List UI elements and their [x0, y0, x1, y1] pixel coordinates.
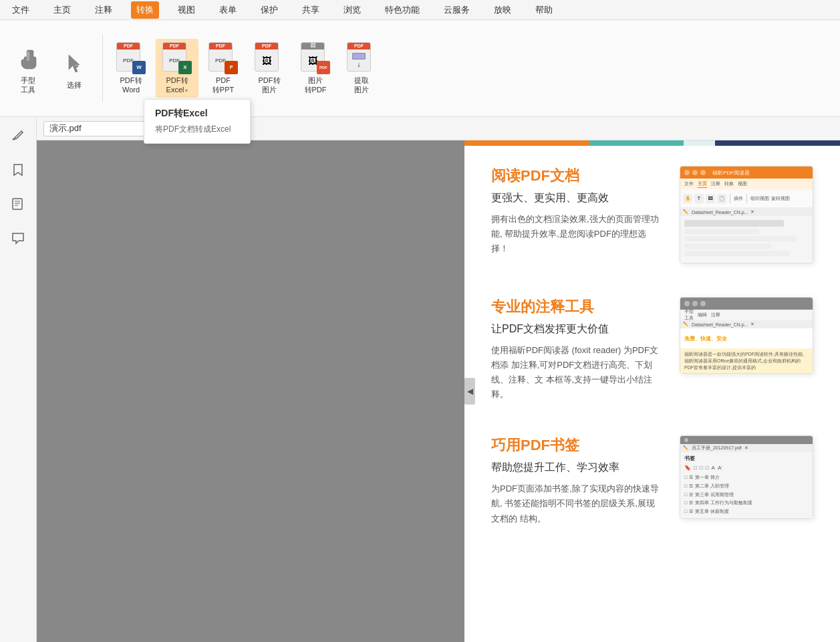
section-1-body: 拥有出色的文档渲染效果,强大的页面管理功能, 帮助提升效率,是您阅读PDF的理想…: [491, 212, 660, 256]
menu-annotate[interactable]: 注释: [90, 1, 118, 19]
mini-app2-body: 福昕阅读器是一款功能强大的PDF阅读软件,具有极佳性能。福昕阅读器采用Offic…: [680, 348, 813, 373]
dropdown-tooltip: PDF转Excel 将PDF文档转成Excel: [144, 99, 251, 144]
content-area: ◀ 阅读PDF文档 更强大、更实用、更高效 拥有出色的文档渲染效果,强大的页面管…: [37, 140, 840, 642]
hand-tool-button[interactable]: 手型工具: [7, 39, 49, 98]
mini-app-3: ✏️ 员工手册_20120917.pdf ✕ 书签 🔖□□□AA' □☰第一章 …: [680, 435, 813, 519]
select-label: 选择: [67, 80, 82, 90]
menu-file[interactable]: 文件: [7, 1, 35, 19]
pdf-to-excel-label: PDF转Excel▾: [166, 76, 188, 95]
mini-app-2: 手型工具 编辑 注释 ✏️ Datasheet_Reader_CN.p... ✕…: [680, 297, 813, 374]
section-1-title: 阅读PDF文档: [491, 166, 660, 186]
section-1-text: 阅读PDF文档 更强大、更实用、更高效 拥有出色的文档渲染效果,强大的页面管理功…: [491, 166, 660, 256]
extract-icon: PDF ↓: [345, 42, 378, 74]
toolbar: 手型工具 选择 PDF PDF: [0, 20, 840, 117]
mini-app2-highlight: 免费、快速、安全: [684, 336, 727, 342]
select-icon: [58, 47, 90, 79]
menu-share[interactable]: 共享: [297, 1, 325, 19]
pdf-word-icon: PDF PDF W: [115, 42, 147, 74]
section-3-body: 为PDF页面添加书签,除了实现内容的快速导航, 书签还能指明不同书签的层级关系,…: [491, 481, 660, 526]
section-1-image: 福昕PDF阅读器 文件 主页 注释 转换 视图 ✋ T 🖼: [680, 166, 813, 263]
separator-1: [102, 35, 103, 102]
doc-color-bar: [464, 140, 840, 146]
section-2-image: 手型工具 编辑 注释 ✏️ Datasheet_Reader_CN.p... ✕…: [680, 297, 813, 374]
menu-features[interactable]: 特色功能: [380, 1, 425, 19]
pdf-to-image-label: PDF转图片: [259, 76, 281, 95]
comment-sidebar-icon[interactable]: [6, 226, 30, 250]
document-content: 阅读PDF文档 更强大、更实用、更高效 拥有出色的文档渲染效果,强大的页面管理功…: [464, 146, 840, 580]
bookmark-sidebar-icon[interactable]: [6, 158, 30, 182]
section-2-body: 使用福昕PDF阅读器 (foxit reader) 为PDF文档添 加注释,可对…: [491, 343, 660, 402]
color-bar-light: [684, 140, 715, 146]
menu-cloud[interactable]: 云服务: [438, 1, 475, 19]
tooltip-description: 将PDF文档转成Excel: [155, 124, 239, 135]
image-pdf-icon: 🖼 🖼 PDF: [299, 42, 331, 74]
hand-icon: [12, 42, 44, 74]
extract-image-label: 提取图片: [354, 76, 369, 95]
mini-app1-filename: Datasheet_Reader_CN.p...: [692, 210, 748, 215]
extract-image-button[interactable]: PDF ↓ 提取图片: [340, 39, 383, 98]
left-gray-area: [37, 140, 464, 642]
svg-rect-0: [27, 51, 29, 61]
pdf-to-word-button[interactable]: PDF PDF W PDF转Word: [110, 39, 152, 98]
menu-view[interactable]: 视图: [172, 1, 200, 19]
mini-app3-filename: 员工手册_20120917.pdf: [692, 445, 742, 451]
section-3-subtitle: 帮助您提升工作、学习效率: [491, 461, 660, 475]
section-2-subtitle: 让PDF文档发挥更大价值: [491, 322, 660, 336]
mini-app2-filename: Datasheet_Reader_CN.p...: [692, 322, 748, 327]
select-button[interactable]: 选择: [53, 43, 96, 93]
pdf-to-ppt-button[interactable]: PDF PDF P PDF转PPT: [202, 39, 245, 98]
tooltip-title: PDF转Excel: [155, 108, 239, 120]
section-bookmark: 巧用PDF书签 帮助您提升工作、学习效率 为PDF页面添加书签,除了实现内容的快…: [491, 435, 813, 526]
image-to-pdf-label: 图片转PDF: [305, 76, 327, 95]
pdf-ppt-icon: PDF PDF P: [207, 42, 239, 74]
color-bar-teal: [589, 140, 684, 146]
pdf-to-excel-button[interactable]: PDF PDF X PDF转Excel▾: [156, 39, 198, 98]
pdf-to-image-button[interactable]: PDF 🖼 PDF转图片: [248, 39, 291, 98]
left-sidebar: [0, 117, 37, 642]
document-panel: 阅读PDF文档 更强大、更实用、更高效 拥有出色的文档渲染效果,强大的页面管理功…: [464, 140, 840, 642]
section-read-pdf: 阅读PDF文档 更强大、更实用、更高效 拥有出色的文档渲染效果,强大的页面管理功…: [491, 166, 813, 263]
pages-sidebar-icon[interactable]: [6, 192, 30, 216]
pdf-excel-icon: PDF PDF X: [161, 42, 193, 74]
section-1-subtitle: 更强大、更实用、更高效: [491, 191, 660, 205]
section-3-title: 巧用PDF书签: [491, 435, 660, 455]
menu-convert[interactable]: 转换: [131, 1, 159, 19]
section-2-title: 专业的注释工具: [491, 297, 660, 317]
section-3-text: 巧用PDF书签 帮助您提升工作、学习效率 为PDF页面添加书签,除了实现内容的快…: [491, 435, 660, 526]
edit-sidebar-icon[interactable]: [6, 124, 30, 148]
section-3-image: ✏️ 员工手册_20120917.pdf ✕ 书签 🔖□□□AA' □☰第一章 …: [680, 435, 813, 519]
image-to-pdf-button[interactable]: 🖼 🖼 PDF 图片转PDF: [294, 39, 337, 98]
mini-app-1: 福昕PDF阅读器 文件 主页 注释 转换 视图 ✋ T 🖼: [680, 166, 813, 263]
svg-rect-2: [13, 199, 22, 209]
mini-app3-section-title: 书签: [684, 455, 809, 462]
menubar: 文件 主页 注释 转换 视图 表单 保护 共享 浏览 特色功能 云服务 放映 帮…: [0, 0, 840, 20]
menu-form[interactable]: 表单: [214, 1, 242, 19]
menu-present[interactable]: 放映: [488, 1, 517, 19]
menu-browse[interactable]: 浏览: [338, 1, 366, 19]
menu-protect[interactable]: 保护: [255, 1, 283, 19]
collapse-button[interactable]: ◀: [464, 378, 475, 405]
pdf-to-ppt-label: PDF转PPT: [213, 76, 234, 95]
section-annotation: 专业的注释工具 让PDF文档发挥更大价值 使用福昕PDF阅读器 (foxit r…: [491, 297, 813, 402]
pdf-to-word-label: PDF转Word: [120, 76, 142, 95]
color-bar-navy: [715, 140, 840, 146]
pdf-image-icon: PDF 🖼: [253, 42, 285, 74]
color-bar-orange: [464, 140, 589, 146]
hand-tool-label: 手型工具: [21, 76, 35, 95]
menu-help[interactable]: 帮助: [530, 1, 558, 19]
section-2-text: 专业的注释工具 让PDF文档发挥更大价值 使用福昕PDF阅读器 (foxit r…: [491, 297, 660, 402]
menu-home[interactable]: 主页: [48, 1, 76, 19]
